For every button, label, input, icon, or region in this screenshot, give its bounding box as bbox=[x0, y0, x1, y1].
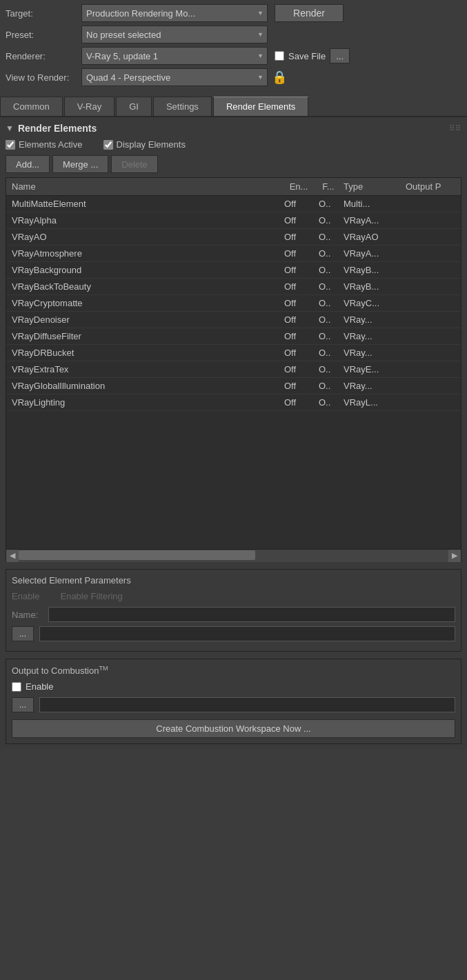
render-button[interactable]: Render bbox=[275, 4, 344, 22]
td-output bbox=[403, 346, 458, 359]
selected-params-section: Selected Element Parameters Enable Enabl… bbox=[6, 569, 461, 652]
td-type: VRay... bbox=[341, 313, 403, 326]
preset-select[interactable]: No preset selected bbox=[81, 26, 268, 43]
td-type: VRayB... bbox=[341, 280, 403, 293]
add-button[interactable]: Add... bbox=[6, 155, 50, 173]
td-output bbox=[403, 330, 458, 343]
combustion-path-row: ... bbox=[12, 697, 455, 712]
table-row[interactable]: VRayLighting Off O.. VRayL... bbox=[6, 394, 461, 411]
target-row: Target: Production Rendering Mo... Rende… bbox=[6, 4, 461, 22]
merge-button[interactable]: Merge ... bbox=[52, 155, 108, 173]
main-panel: ▼ Render Elements ⠿⠿ Elements Active Dis… bbox=[0, 117, 467, 750]
td-f: O.. bbox=[316, 313, 341, 326]
delete-button[interactable]: Delete bbox=[111, 155, 158, 173]
combustion-tm: TM bbox=[99, 665, 108, 672]
tab-render-elements[interactable]: Render Elements bbox=[213, 97, 308, 116]
combustion-dots-button[interactable]: ... bbox=[12, 697, 34, 712]
td-name: MultiMatteElement bbox=[9, 197, 281, 210]
td-name: VRayLighting bbox=[9, 396, 281, 409]
td-en: Off bbox=[281, 197, 316, 210]
td-f: O.. bbox=[316, 280, 341, 293]
horizontal-scrollbar[interactable]: ◀ ▶ bbox=[6, 550, 461, 562]
table-row[interactable]: VRayAO Off O.. VRayAO bbox=[6, 229, 461, 246]
tab-gi[interactable]: GI bbox=[116, 97, 152, 116]
td-en: Off bbox=[281, 263, 316, 277]
td-name: VRayAtmosphere bbox=[9, 247, 281, 260]
scroll-track[interactable] bbox=[19, 550, 448, 562]
table-row[interactable]: VRayDenoiser Off O.. VRay... bbox=[6, 312, 461, 328]
collapse-arrow-icon[interactable]: ▼ bbox=[6, 123, 14, 133]
td-output bbox=[403, 247, 458, 260]
td-en: Off bbox=[281, 247, 316, 260]
table-row[interactable]: VRayBackground Off O.. VRayB... bbox=[6, 262, 461, 279]
display-elements-checkbox[interactable] bbox=[103, 140, 113, 150]
section-title: Render Elements bbox=[18, 123, 97, 134]
table-row[interactable]: VRayExtraTex Off O.. VRayE... bbox=[6, 361, 461, 378]
td-en: Off bbox=[281, 330, 316, 343]
td-en: Off bbox=[281, 214, 316, 227]
combustion-enable-row: Enable bbox=[12, 681, 455, 692]
view-select-wrap: Quad 4 - Perspective bbox=[81, 68, 268, 86]
td-name: VRayGlobalIllumination bbox=[9, 379, 281, 392]
renderer-select-wrap: V-Ray 5, update 1 bbox=[81, 47, 268, 65]
combustion-title: Output to CombustionTM bbox=[12, 665, 455, 676]
col-f: F... bbox=[316, 180, 341, 193]
scroll-right-button[interactable]: ▶ bbox=[448, 550, 461, 562]
table-row[interactable]: VRayDRBucket Off O.. VRay... bbox=[6, 345, 461, 361]
td-output bbox=[403, 396, 458, 409]
tab-settings[interactable]: Settings bbox=[153, 97, 212, 116]
params-dots-button[interactable]: ... bbox=[12, 626, 34, 641]
td-f: O.. bbox=[316, 230, 341, 243]
target-select[interactable]: Production Rendering Mo... bbox=[81, 4, 268, 22]
table-row[interactable]: VRayDiffuseFilter Off O.. VRay... bbox=[6, 328, 461, 345]
td-f: O.. bbox=[316, 363, 341, 376]
td-en: Off bbox=[281, 280, 316, 293]
table-row[interactable]: VRayCryptomatte Off O.. VRayC... bbox=[6, 295, 461, 312]
drag-handle-icon: ⠿⠿ bbox=[449, 124, 461, 133]
params-name-input[interactable] bbox=[48, 607, 455, 622]
table-row[interactable]: VRayBackToBeauty Off O.. VRayB... bbox=[6, 279, 461, 295]
table-row[interactable]: MultiMatteElement Off O.. Multi... bbox=[6, 196, 461, 212]
td-f: O.. bbox=[316, 263, 341, 277]
combustion-title-text: Output to Combustion bbox=[12, 666, 99, 676]
td-output bbox=[403, 297, 458, 310]
table-row[interactable]: VRayGlobalIllumination Off O.. VRay... bbox=[6, 378, 461, 394]
elements-active-checkbox[interactable] bbox=[6, 140, 15, 150]
td-output bbox=[403, 363, 458, 376]
params-path-input[interactable] bbox=[39, 626, 455, 641]
combustion-enable-checkbox[interactable] bbox=[12, 682, 21, 692]
td-en: Off bbox=[281, 313, 316, 326]
td-en: Off bbox=[281, 297, 316, 310]
renderer-label: Renderer: bbox=[6, 51, 81, 61]
td-en: Off bbox=[281, 396, 316, 409]
td-type: VRayAO bbox=[341, 230, 403, 243]
td-en: Off bbox=[281, 379, 316, 392]
view-select[interactable]: Quad 4 - Perspective bbox=[81, 68, 268, 86]
combustion-path-input[interactable] bbox=[39, 697, 455, 712]
elements-table: Name En... F... Type Output P MultiMatte… bbox=[6, 177, 461, 550]
params-name-row: Name: bbox=[12, 607, 455, 622]
tab-vray[interactable]: V-Ray bbox=[64, 97, 115, 116]
create-combustion-button[interactable]: Create Combustion Workspace Now ... bbox=[12, 719, 455, 738]
col-type: Type bbox=[341, 180, 403, 193]
save-file-checkbox[interactable] bbox=[275, 51, 284, 61]
td-name: VRayBackground bbox=[9, 263, 281, 277]
scroll-left-button[interactable]: ◀ bbox=[6, 550, 19, 562]
table-row[interactable]: VRayAtmosphere Off O.. VRayA... bbox=[6, 246, 461, 262]
td-name: VRayDiffuseFilter bbox=[9, 330, 281, 343]
checkboxes-row: Elements Active Display Elements bbox=[6, 139, 461, 150]
td-f: O.. bbox=[316, 330, 341, 343]
td-output bbox=[403, 379, 458, 392]
renderer-select[interactable]: V-Ray 5, update 1 bbox=[81, 47, 268, 65]
td-en: Off bbox=[281, 230, 316, 243]
td-output bbox=[403, 214, 458, 227]
tab-common[interactable]: Common bbox=[0, 97, 63, 116]
save-file-dots-button[interactable]: ... bbox=[330, 48, 350, 63]
td-type: VRayB... bbox=[341, 263, 403, 277]
td-name: VRayAO bbox=[9, 230, 281, 243]
table-row[interactable]: VRayAlpha Off O.. VRayA... bbox=[6, 212, 461, 229]
td-f: O.. bbox=[316, 396, 341, 409]
td-type: VRay... bbox=[341, 346, 403, 359]
enable-filtering-label: Enable Filtering bbox=[60, 591, 122, 601]
combustion-section: Output to CombustionTM Enable ... Create… bbox=[6, 659, 461, 744]
